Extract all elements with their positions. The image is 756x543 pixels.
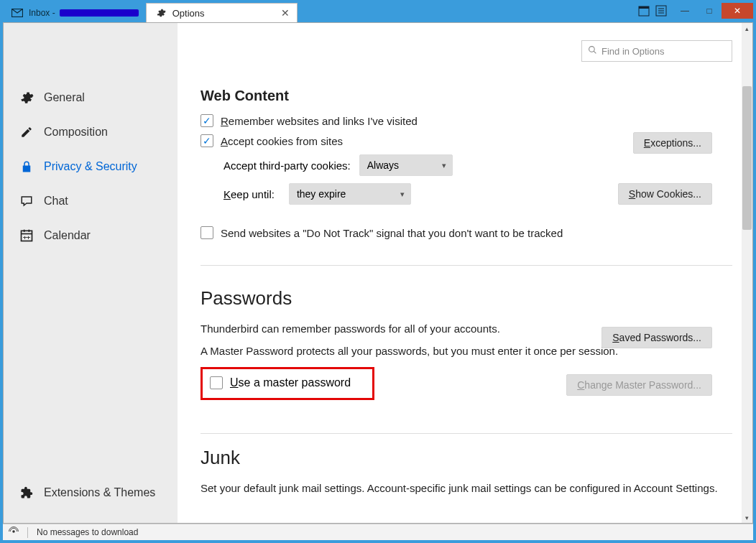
gear-icon	[154, 6, 168, 20]
activity-icon	[9, 526, 19, 539]
section-web-content: Web Content ✓ Remember websites and link…	[200, 88, 732, 239]
section-passwords: Passwords Thunderbird can remember passw…	[200, 287, 732, 400]
scroll-thumb[interactable]	[742, 86, 752, 230]
gear-icon	[19, 90, 34, 105]
titlebar-extra-icons	[638, 5, 667, 19]
sidebar-item-label: Calendar	[44, 229, 91, 242]
search-input[interactable]: Find in Options	[581, 40, 732, 62]
checkbox-master-password[interactable]	[210, 376, 223, 389]
saved-passwords-button[interactable]: Saved Passwords...	[601, 327, 712, 348]
lock-icon	[19, 159, 34, 174]
checkbox-remember[interactable]: ✓	[200, 114, 213, 127]
window-controls: — □ ✕	[673, 3, 753, 19]
sidebar-item-label: Privacy & Security	[44, 160, 137, 173]
sidebar-item-label: Extensions & Themes	[44, 486, 155, 499]
label-accept-cookies: Accept cookies from sites	[221, 135, 343, 147]
label-master-password: Use a master password	[230, 376, 351, 389]
minimize-button[interactable]: —	[673, 3, 697, 19]
pencil-icon	[19, 125, 34, 139]
label-dnt: Send websites a "Do Not Track" signal th…	[221, 227, 563, 239]
select-keep-until[interactable]: they expire	[289, 183, 411, 205]
sidebar-extensions[interactable]: Extensions & Themes	[4, 475, 178, 510]
scroll-down-icon[interactable]: ▾	[742, 512, 752, 523]
tab-inbox[interactable]: Inbox -	[3, 3, 146, 22]
task-list-icon[interactable]	[655, 5, 667, 19]
sidebar-item-label: Composition	[44, 126, 108, 139]
svg-rect-2	[639, 6, 649, 9]
divider	[200, 433, 732, 434]
close-button[interactable]: ✕	[722, 3, 753, 19]
separator	[27, 527, 28, 538]
svg-point-14	[589, 47, 595, 52]
select-third-party-value: Always	[367, 159, 399, 171]
sidebar-item-privacy-security[interactable]: Privacy & Security	[4, 149, 178, 184]
app-window: Inbox - Options ✕ — □ ✕	[0, 0, 756, 543]
tab-close-icon[interactable]: ✕	[281, 7, 290, 19]
scrollbar[interactable]: ▴ ▾	[742, 23, 752, 523]
status-bar: No messages to download	[3, 524, 753, 540]
section-junk: Junk Set your default junk mail settings…	[200, 447, 732, 494]
sidebar-item-general[interactable]: General	[4, 80, 178, 115]
sidebar-item-label: Chat	[44, 195, 68, 208]
show-cookies-button[interactable]: Show Cookies...	[618, 183, 712, 205]
svg-point-16	[12, 530, 15, 533]
sidebar-item-calendar[interactable]: Calendar	[4, 218, 178, 253]
label-remember: Remember websites and links I've visited	[221, 115, 418, 127]
divider	[200, 265, 732, 266]
puzzle-icon	[19, 486, 34, 500]
sidebar-item-label: General	[44, 91, 85, 104]
label-keep-until: Keep until:	[223, 188, 275, 200]
select-third-party[interactable]: Always	[359, 154, 453, 176]
sidebar: General Composition Privacy & Security C…	[4, 23, 178, 523]
tab-options-label: Options	[172, 8, 205, 19]
label-third-party: Accept third-party cookies:	[223, 159, 351, 172]
main-panel: Find in Options Web Content ✓ Remember w…	[178, 23, 752, 523]
section-title-junk: Junk	[200, 447, 732, 469]
sidebar-item-chat[interactable]: Chat	[4, 184, 178, 218]
tab-inbox-account-redacted	[60, 9, 139, 17]
highlighted-master-password: Use a master password	[200, 367, 374, 400]
scroll-up-icon[interactable]: ▴	[742, 23, 752, 34]
tab-inbox-label: Inbox -	[29, 8, 55, 18]
checkbox-dnt[interactable]	[200, 226, 213, 239]
svg-rect-7	[22, 231, 32, 241]
content-frame: General Composition Privacy & Security C…	[3, 22, 753, 524]
exceptions-button[interactable]: Exceptions...	[633, 132, 712, 154]
search-icon	[588, 45, 597, 57]
sidebar-item-composition[interactable]: Composition	[4, 115, 178, 149]
checkbox-accept-cookies[interactable]: ✓	[200, 134, 213, 147]
section-title-passwords: Passwords	[200, 287, 732, 310]
select-keep-until-value: they expire	[297, 188, 346, 200]
junk-intro: Set your default junk mail settings. Acc…	[200, 482, 732, 494]
tab-bar: Inbox - Options ✕ — □ ✕	[3, 3, 753, 22]
chat-icon	[19, 194, 34, 208]
maximize-button[interactable]: □	[697, 3, 722, 19]
calendar-today-icon[interactable]	[638, 5, 650, 19]
mail-icon	[10, 6, 24, 20]
calendar-icon	[19, 228, 34, 243]
svg-line-15	[594, 51, 596, 53]
status-message: No messages to download	[37, 527, 138, 537]
tab-options[interactable]: Options ✕	[146, 3, 298, 22]
search-placeholder: Find in Options	[601, 46, 664, 57]
change-master-password-button[interactable]: Change Master Password...	[566, 374, 712, 396]
section-title-web-content: Web Content	[200, 88, 732, 104]
